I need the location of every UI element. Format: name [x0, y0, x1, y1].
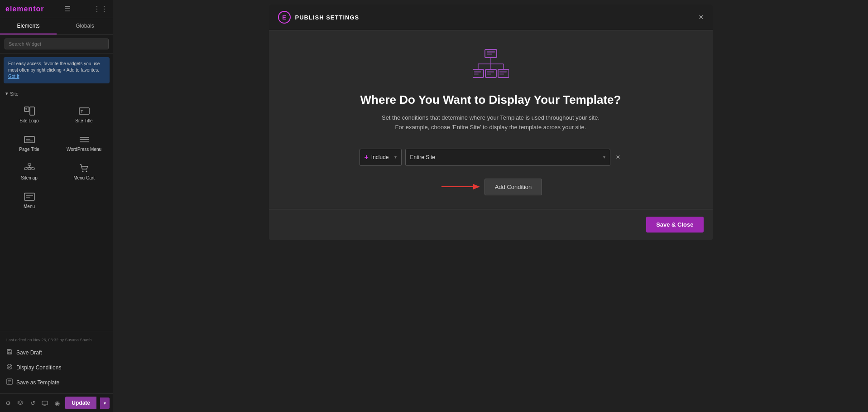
red-arrow	[439, 180, 484, 194]
menu-icon	[24, 191, 35, 202]
widget-wp-menu[interactable]: WordPress Menu	[57, 129, 111, 157]
widget-page-title[interactable]: Page Title	[2, 129, 57, 157]
widget-label: Menu	[24, 204, 35, 209]
save-template-icon	[6, 378, 13, 386]
save-as-template-label: Save as Template	[16, 379, 59, 386]
tab-elements[interactable]: Elements	[0, 18, 57, 34]
widget-site-title[interactable]: T Site Title	[57, 100, 111, 129]
save-draft-icon	[6, 349, 13, 356]
svg-rect-13	[28, 168, 31, 170]
sidebar-bottom: Last edited on Nov 26, 03:32 by Susana S…	[0, 331, 113, 393]
condition-include-dropdown[interactable]: + Include ▾	[360, 149, 402, 166]
svg-text:T: T	[81, 109, 83, 114]
svg-rect-19	[24, 193, 34, 200]
save-draft-item[interactable]: Save Draft	[0, 345, 113, 360]
add-condition-button[interactable]: Add Condition	[484, 179, 542, 195]
hierarchy-illustration	[473, 48, 509, 82]
modal-body: Where Do You Want to Display Your Templa…	[269, 30, 713, 209]
history-icon[interactable]: ↺	[29, 397, 37, 409]
include-chevron-icon: ▾	[394, 155, 397, 160]
tab-globals[interactable]: Globals	[57, 18, 113, 34]
svg-rect-2	[30, 107, 34, 115]
widget-site-logo[interactable]: Site Logo	[2, 100, 57, 129]
widget-label: WordPress Menu	[67, 147, 101, 152]
svg-rect-42	[474, 73, 479, 75]
sidebar-header: elementor ☰ ⋮⋮	[0, 0, 113, 18]
svg-rect-41	[474, 71, 481, 73]
widget-grid: Site Logo T Site Title Page Title WordPr…	[0, 98, 113, 216]
elementor-logo: elementor	[5, 5, 44, 13]
svg-point-1	[25, 108, 27, 110]
svg-rect-29	[42, 401, 48, 405]
sidebar-tabs: Elements Globals	[0, 18, 113, 35]
svg-rect-47	[499, 71, 507, 73]
modal-description: Set the conditions that determine where …	[382, 113, 599, 132]
modal-close-button[interactable]: ×	[699, 13, 704, 21]
page-title-icon	[24, 134, 35, 145]
tip-text: For easy access, favorite the widgets yo…	[8, 61, 100, 73]
widget-menu-cart[interactable]: Menu Cart	[57, 157, 111, 186]
site-logo-icon	[24, 106, 35, 116]
site-title-icon: T	[79, 106, 90, 116]
select-chevron-icon: ▾	[603, 155, 605, 160]
widget-label: Menu Cart	[73, 175, 95, 180]
search-input[interactable]	[5, 39, 109, 49]
widget-label: Site Logo	[19, 118, 38, 123]
plus-icon: +	[364, 153, 369, 161]
widget-sitemap[interactable]: Sitemap	[2, 157, 57, 186]
update-button[interactable]: Update	[65, 397, 96, 409]
condition-select-value: Entire Site	[410, 154, 435, 160]
modal-header: E PUBLISH SETTINGS ×	[269, 5, 713, 30]
last-edited-text: Last edited on Nov 26, 03:32 by Susana S…	[0, 335, 113, 345]
hamburger-icon[interactable]: ☰	[64, 5, 71, 13]
tip-link[interactable]: Got It	[8, 74, 19, 79]
modal-title: PUBLISH SETTINGS	[295, 14, 360, 21]
svg-rect-45	[487, 73, 491, 75]
condition-select-dropdown[interactable]: Entire Site ▾	[405, 149, 611, 166]
condition-row: + Include ▾ Entire Site ▾ ×	[360, 149, 622, 166]
sidebar-search-container	[0, 35, 113, 53]
site-section-title: ▾ Site	[0, 87, 113, 98]
modal-footer: Save & Close	[269, 209, 713, 240]
svg-point-18	[86, 171, 87, 172]
display-conditions-label: Display Conditions	[16, 364, 61, 371]
publish-settings-modal: E PUBLISH SETTINGS ×	[269, 5, 713, 240]
svg-rect-11	[28, 164, 31, 165]
sitemap-icon	[24, 163, 35, 174]
main-area: E PUBLISH SETTINGS ×	[113, 0, 868, 412]
svg-rect-48	[499, 73, 504, 75]
svg-rect-33	[487, 51, 495, 53]
chevron-down-icon: ▾	[5, 91, 8, 97]
settings-icon[interactable]: ⚙	[4, 397, 12, 409]
modal-overlay: E PUBLISH SETTINGS ×	[113, 0, 868, 412]
svg-rect-34	[487, 53, 492, 55]
svg-rect-5	[24, 136, 34, 143]
responsive-icon[interactable]	[41, 397, 49, 409]
svg-point-17	[82, 171, 83, 172]
svg-marker-50	[473, 184, 480, 189]
widget-label: Page Title	[19, 147, 39, 152]
save-draft-label: Save Draft	[16, 349, 42, 356]
apps-icon[interactable]: ⋮⋮	[93, 5, 108, 13]
menu-cart-icon	[79, 163, 90, 174]
widget-menu[interactable]: Menu	[2, 186, 57, 214]
update-dropdown-button[interactable]: ▾	[100, 397, 110, 409]
sidebar: elementor ☰ ⋮⋮ Elements Globals For easy…	[0, 0, 113, 412]
condition-remove-button[interactable]: ×	[614, 151, 622, 163]
layers-icon[interactable]	[16, 397, 24, 409]
accessibility-icon[interactable]: ◉	[53, 397, 62, 409]
svg-rect-44	[487, 71, 494, 73]
svg-rect-23	[8, 349, 10, 351]
display-conditions-item[interactable]: Display Conditions	[0, 360, 113, 375]
elementor-modal-icon: E	[278, 11, 291, 24]
save-as-template-item[interactable]: Save as Template	[0, 375, 113, 390]
add-condition-container: Add Condition	[439, 179, 542, 195]
save-close-button[interactable]: Save & Close	[646, 217, 703, 233]
sidebar-footer: ⚙ ↺ ◉ Update ▾	[0, 393, 113, 412]
include-label: Include	[371, 154, 389, 160]
svg-point-24	[7, 364, 12, 369]
wp-menu-icon	[79, 134, 90, 145]
svg-rect-14	[32, 168, 34, 170]
widget-label: Sitemap	[21, 175, 38, 180]
widget-label: Site Title	[75, 118, 92, 123]
